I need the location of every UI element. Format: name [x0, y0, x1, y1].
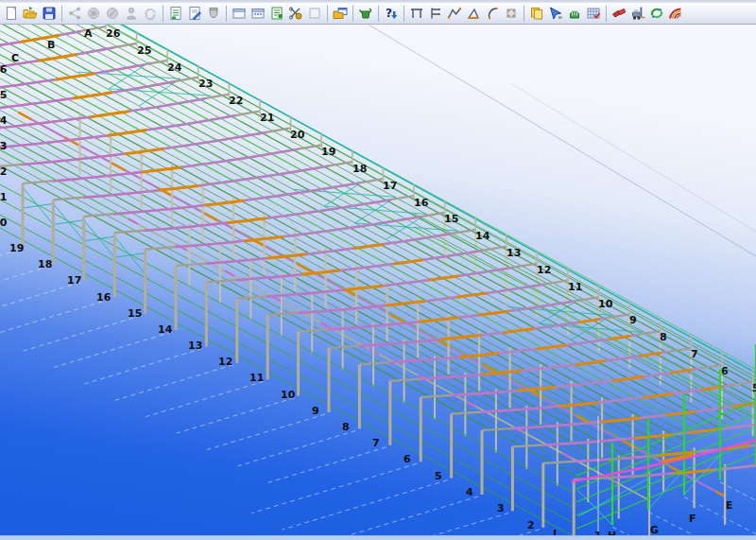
model-sharing-status-button[interactable]	[84, 4, 103, 23]
create-arc-button[interactable]	[483, 4, 502, 23]
save-model-button[interactable]	[40, 4, 59, 23]
grid-label: 11	[568, 281, 582, 293]
user-session-button[interactable]	[122, 4, 141, 23]
share-model-button[interactable]	[65, 4, 84, 23]
grid-label: 15	[128, 307, 142, 320]
open-model-button[interactable]	[21, 4, 40, 23]
copy-object-button[interactable]	[527, 4, 546, 23]
grid-label: 14	[158, 323, 173, 336]
context-help-button[interactable]: ?	[382, 4, 401, 23]
grid-label: 21	[260, 112, 274, 124]
user-session-icon	[124, 6, 139, 21]
grid-label: 3	[497, 502, 505, 514]
phase-manager-button[interactable]	[666, 4, 685, 23]
grid-label: 12	[218, 356, 232, 368]
view-list-button[interactable]	[267, 4, 286, 23]
create-polyline-button[interactable]	[445, 4, 464, 23]
clash-check-icon	[611, 6, 627, 21]
toolbar-separator	[226, 6, 227, 22]
move-object-button[interactable]	[565, 4, 584, 23]
move-object-icon	[567, 6, 582, 21]
grid-label: 13	[188, 340, 202, 352]
grid-label: 5	[752, 382, 756, 394]
grid-label: 11	[249, 372, 264, 384]
refresh-view-button[interactable]	[141, 4, 160, 23]
new-model-button[interactable]	[2, 4, 21, 23]
grid-label: 26	[106, 27, 121, 40]
snapshot-icon	[288, 6, 303, 21]
grid-label: 21	[0, 191, 7, 203]
grid-label: 7	[372, 437, 380, 449]
grid-label: A	[84, 27, 93, 40]
grid-label: 18	[38, 258, 52, 270]
grid-label: B	[47, 39, 55, 51]
grid-label: 16	[414, 197, 429, 209]
open-model-icon	[23, 6, 38, 21]
grid-label: E	[726, 499, 733, 512]
create-report-icon	[168, 6, 183, 21]
model-canvas[interactable]: ABC2625242322212019181716151413121110987…	[0, 25, 756, 535]
concrete-pour-button[interactable]	[356, 4, 375, 23]
context-help-icon: ?	[384, 6, 399, 21]
grid-label: 23	[0, 140, 7, 152]
component-catalog-button[interactable]	[628, 4, 647, 23]
pick-object-button[interactable]	[546, 4, 565, 23]
create-bolts-button[interactable]	[502, 4, 521, 23]
model-sharing-settings-button[interactable]	[103, 4, 122, 23]
grid-label: 22	[0, 165, 7, 178]
update-model-button[interactable]	[647, 4, 666, 23]
grid-label: 13	[507, 247, 521, 259]
material-catalog-button[interactable]	[204, 4, 223, 23]
snapshot-button[interactable]	[286, 4, 305, 23]
new-view-button[interactable]	[230, 4, 249, 23]
window-bottom-edge	[0, 535, 756, 540]
create-points-icon	[409, 6, 424, 21]
basic-view-icon	[307, 6, 322, 21]
print-report-icon	[187, 6, 202, 21]
create-arc-icon	[485, 6, 500, 21]
measure-angle-button[interactable]	[464, 4, 483, 23]
grid-label: 23	[198, 78, 213, 90]
view-properties-icon	[250, 6, 266, 21]
create-points-button[interactable]	[407, 4, 426, 23]
component-catalog-icon	[630, 6, 645, 21]
create-polyline-icon	[447, 6, 462, 21]
grid-label: 18	[352, 163, 367, 175]
grid-properties-button[interactable]	[584, 4, 603, 23]
grid-label: J	[552, 528, 557, 535]
grid-label: 10	[598, 298, 613, 310]
clash-check-button[interactable]	[610, 4, 628, 23]
grid-label: 17	[67, 274, 81, 287]
grid-label: 26	[0, 63, 8, 76]
grid-label: 2	[527, 519, 535, 531]
new-model-icon	[4, 6, 19, 21]
create-levels-icon	[428, 6, 443, 21]
grid-label: 19	[321, 146, 335, 158]
toolbar-separator	[352, 6, 353, 22]
main-toolbar: ?	[0, 3, 756, 25]
create-levels-button[interactable]	[426, 4, 445, 23]
grid-label: 20	[290, 129, 305, 141]
grid-label: 25	[137, 44, 151, 57]
toolbar-separator	[524, 6, 524, 22]
concrete-pour-icon	[358, 6, 373, 21]
basic-view-button[interactable]	[305, 4, 324, 23]
view-properties-button[interactable]	[249, 4, 267, 23]
measure-angle-icon	[466, 6, 481, 21]
tekla-structures-window: ? ABC26252423222120191817161514131211109…	[0, 0, 756, 540]
grid-label: 22	[229, 95, 243, 107]
grid-label: 10	[281, 389, 296, 401]
print-report-button[interactable]	[185, 4, 204, 23]
model-sharing-status-icon	[86, 6, 101, 21]
new-view-icon	[232, 6, 247, 21]
grid-label: 5	[435, 470, 442, 482]
grid-label: 6	[404, 453, 411, 465]
toolbar-separator	[404, 6, 404, 22]
open-drawing-button[interactable]	[331, 4, 350, 23]
toolbar-separator	[378, 6, 379, 22]
copy-object-icon	[529, 6, 544, 21]
create-report-button[interactable]	[166, 4, 185, 23]
phase-manager-icon	[668, 6, 683, 21]
material-catalog-icon	[206, 6, 221, 21]
model-viewport-3d[interactable]: ABC2625242322212019181716151413121110987…	[0, 25, 756, 535]
